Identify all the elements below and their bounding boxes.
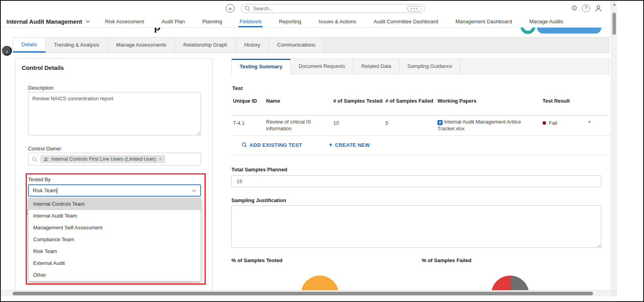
search-icon (244, 6, 250, 11)
product-name: Internal Audit Management (6, 18, 82, 25)
col-header-test-result: Test Result (543, 95, 588, 104)
top-bar: + ⚙ ? (1, 1, 610, 16)
search-icon (242, 142, 247, 148)
dropdown-option[interactable]: Internal Audit Team (28, 210, 201, 222)
tab-sampling-guidance[interactable]: Sampling Guidance (400, 59, 460, 74)
vertical-scroll-thumb[interactable] (612, 13, 616, 35)
dropdown-option[interactable]: Management Self Assessment (28, 222, 201, 234)
nav-item-reporting[interactable]: Reporting (279, 16, 301, 27)
dropdown-option[interactable]: Other (28, 269, 201, 281)
tab-testing-summary[interactable]: Testing Summary (232, 59, 291, 74)
fail-status-dot (543, 121, 546, 125)
tested-by-label: Tested By (28, 176, 51, 182)
tab-communications[interactable]: Communications (269, 38, 324, 53)
col-header-name: Name (266, 95, 333, 104)
search-input[interactable] (253, 6, 407, 11)
test-actions: ADD EXISTING TEST + CREATE NEW (242, 141, 370, 148)
tab-history[interactable]: History (236, 38, 269, 53)
nav-item-management-dashboard[interactable]: Management Dashboard (456, 16, 512, 27)
control-owner-tag[interactable]: Internal Controls First Line Users (Limi… (40, 155, 165, 163)
cell-name: Review of critical IS information (266, 116, 333, 132)
remove-tag-icon[interactable]: × (159, 156, 162, 162)
samples-failed-pie-chart (491, 276, 529, 290)
control-owner-select[interactable]: Internal Controls First Line Users (Limi… (28, 153, 201, 165)
dropdown-option[interactable]: Compliance Team (28, 234, 201, 246)
search-icon (32, 157, 37, 162)
control-details-card: Control Details Description Review NAICS… (15, 58, 212, 290)
sampling-justification-wrap (231, 205, 601, 248)
create-new-test-label: CREATE NEW (335, 142, 370, 148)
user-group-icon (43, 157, 49, 161)
record-tab-bar: Details Trending & Analysis Manage Asses… (13, 37, 609, 53)
horizontal-scrollbar[interactable] (1, 290, 611, 296)
clipped-page-title-fragment: p (154, 28, 161, 33)
total-samples-planned-label: Total Samples Planned (231, 167, 287, 173)
total-samples-planned-input[interactable] (231, 175, 601, 187)
topbar-icon-group: ⚙ ? (571, 4, 603, 13)
col-header-samples-failed: # of Samples Failed (385, 95, 437, 104)
tested-by-combobox[interactable]: Risk Team (28, 184, 201, 197)
sampling-justification-textarea[interactable] (231, 205, 601, 248)
tab-related-data[interactable]: Related Data (353, 59, 400, 74)
tested-by-dropdown: Internal Controls Team Internal Audit Te… (28, 198, 201, 281)
tested-by-value: Risk Team (33, 188, 56, 193)
tab-trending-analysis[interactable]: Trending & Analysis (46, 38, 108, 53)
add-existing-test-label: ADD EXISTING TEST (250, 142, 302, 148)
pct-samples-failed-label: % of Samples Failed (422, 257, 471, 263)
clipped-blue-button (537, 28, 601, 34)
testing-tab-bar: Testing Summary Document Requests Relate… (231, 58, 609, 74)
global-search[interactable] (241, 4, 425, 13)
cell-samples-tested: 10 (333, 116, 385, 126)
description-field-wrap: Review NAICS concentration report (28, 92, 201, 135)
nav-item-audit-plan[interactable]: Audit Plan (161, 16, 185, 27)
table-row[interactable]: T-4.1 Review of critical IS information … (233, 116, 611, 136)
add-existing-test-button[interactable]: ADD EXISTING TEST (242, 141, 302, 148)
section-divider (231, 155, 609, 155)
dropdown-option[interactable]: Internal Controls Team (28, 198, 201, 210)
page-content: p Details Trending & Analysis Manage Ass… (1, 28, 611, 290)
dropdown-option[interactable]: Risk Team (28, 246, 201, 257)
samples-tested-pie-chart (301, 276, 339, 290)
description-textarea[interactable]: Review NAICS concentration report (28, 92, 201, 135)
nav-item-planning[interactable]: Planning (202, 16, 222, 27)
clipped-teal-circle (520, 28, 535, 34)
quick-add-button[interactable]: + (226, 4, 235, 13)
main-nav: Internal Audit Management Risk Assessmen… (1, 16, 610, 28)
text-cursor (57, 188, 57, 194)
panel-expand-button[interactable]: › (2, 46, 12, 56)
scrollbar-corner (611, 290, 617, 296)
sampling-justification-label: Sampling Justification (231, 197, 286, 203)
cell-test-result: Fail (543, 116, 588, 126)
tab-document-requests[interactable]: Document Requests (291, 59, 353, 74)
col-header-working-papers: Working Papers (437, 95, 543, 104)
control-owner-tag-label: Internal Controls First Line Users (Limi… (51, 156, 156, 162)
tab-details[interactable]: Details (13, 38, 46, 53)
working-paper-link[interactable]: XInternal Audit Management Artilce Track… (437, 116, 543, 132)
dropdown-option[interactable]: External Audit (28, 257, 201, 269)
nav-item-audit-committee-dashboard[interactable]: Audit Committee Dashboard (374, 16, 438, 27)
test-result-label: Fail (549, 120, 557, 126)
nav-item-manage-audits[interactable]: Manage Audits (529, 16, 563, 27)
product-switcher[interactable]: Internal Audit Management (6, 16, 90, 27)
nav-item-fieldwork[interactable]: Fieldwork (240, 16, 262, 27)
create-new-test-button[interactable]: + CREATE NEW (329, 141, 370, 148)
settings-gear-icon[interactable]: ⚙ (571, 4, 578, 13)
nav-item-list: Risk Assessment Audit Plan Planning Fiel… (105, 16, 563, 27)
horizontal-scroll-thumb[interactable] (13, 292, 593, 295)
remove-row-icon[interactable]: × (588, 116, 611, 125)
search-options-icon[interactable] (407, 6, 421, 11)
nav-item-issues-actions[interactable]: Issues & Actions (319, 16, 356, 27)
plus-icon: + (329, 141, 333, 148)
chevron-down-icon[interactable] (192, 189, 196, 192)
app-window: + ⚙ ? Internal Audit Management Risk Ass… (0, 0, 644, 302)
help-icon[interactable]: ? (582, 4, 590, 12)
tab-manage-assessments[interactable]: Manage Assessments (108, 38, 175, 53)
cell-unique-id: T-4.1 (233, 116, 266, 126)
nav-item-risk-assessment[interactable]: Risk Assessment (105, 16, 144, 27)
tab-relationship-graph[interactable]: Relationship Graph (175, 38, 236, 53)
vertical-scrollbar[interactable] (611, 1, 617, 295)
table-header-divider (231, 115, 609, 116)
user-profile-icon[interactable] (594, 4, 603, 13)
card-title: Control Details (22, 64, 64, 71)
scroll-up-icon[interactable] (613, 3, 616, 6)
